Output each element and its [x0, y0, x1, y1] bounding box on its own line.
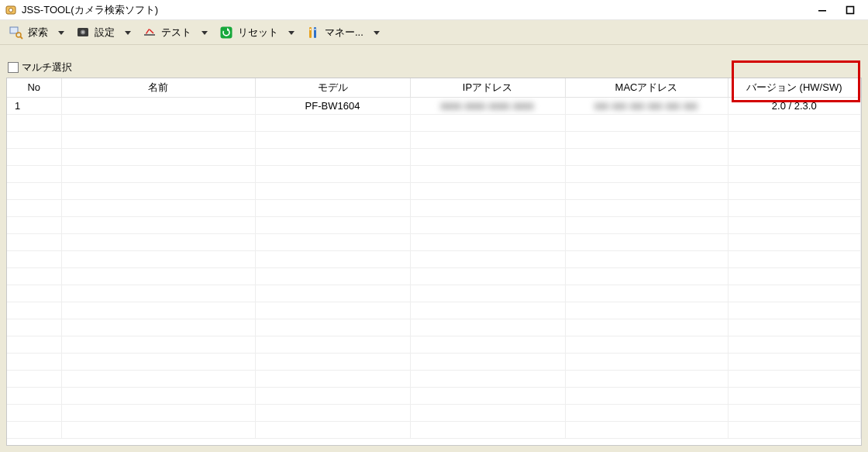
test-label: テスト: [160, 26, 193, 40]
svg-point-9: [82, 31, 84, 33]
table-row-empty: [7, 353, 861, 370]
search-dropdown[interactable]: [54, 22, 68, 43]
col-header-ip[interactable]: IPアドレス: [410, 78, 565, 97]
svg-rect-2: [818, 10, 826, 12]
col-header-mac[interactable]: MACアドレス: [565, 78, 728, 97]
table-row-empty: [7, 285, 861, 302]
table-row-empty: [7, 319, 861, 336]
search-label: 探索: [26, 26, 50, 40]
svg-point-14: [310, 29, 312, 30]
table-row-empty: [7, 182, 861, 199]
app-icon: [5, 4, 17, 16]
settings-button[interactable]: 設定: [71, 22, 121, 43]
svg-line-6: [20, 36, 22, 39]
col-header-no[interactable]: No: [7, 78, 61, 97]
manager-dropdown[interactable]: [370, 22, 384, 43]
search-icon: [9, 26, 23, 40]
table-row-empty: [7, 267, 861, 285]
content-area: マルチ選択 No 名前 モデル IPアドレス MACアドレス バージョン (HW…: [0, 45, 868, 452]
col-header-model[interactable]: モデル: [255, 78, 410, 97]
search-button[interactable]: 探索: [5, 22, 54, 43]
table-row-empty: [7, 370, 861, 387]
col-header-name[interactable]: 名前: [61, 78, 255, 97]
table-row-empty: [7, 216, 861, 233]
table-row-empty: [7, 233, 861, 250]
col-header-version[interactable]: バージョン (HW/SW): [728, 78, 861, 97]
table-row-empty: [7, 148, 861, 165]
table-row-empty: [7, 114, 861, 131]
table-row[interactable]: 1 PF-BW1604 ■■■.■■■.■■■.■■■ ■■-■■-■■-■■-…: [7, 97, 861, 114]
multi-select-label: マルチ選択: [22, 60, 72, 74]
manager-button[interactable]: マネー...: [301, 22, 370, 43]
settings-label: 設定: [93, 26, 116, 40]
multi-select-row: マルチ選択: [6, 60, 862, 78]
table-row-empty: [7, 302, 861, 319]
cell-name: [61, 97, 255, 114]
window-title: JSS-TOOL(カメラ検索ソフト): [22, 3, 158, 17]
reset-dropdown[interactable]: [284, 22, 298, 43]
svg-point-15: [315, 29, 316, 30]
table-row-empty: [7, 199, 861, 216]
table-row-empty: [7, 387, 861, 404]
table-row-empty: [7, 165, 861, 182]
svg-rect-10: [144, 34, 155, 36]
svg-rect-4: [10, 27, 18, 33]
table-row-empty: [7, 131, 861, 148]
reset-icon: [219, 26, 233, 40]
settings-dropdown[interactable]: [121, 22, 135, 43]
test-icon: [143, 26, 157, 40]
reset-button[interactable]: リセット: [215, 22, 284, 43]
table-row-empty: [7, 250, 861, 267]
cell-ip: ■■■.■■■.■■■.■■■: [410, 97, 565, 114]
table-row-empty: [7, 404, 861, 421]
table-row-empty: [7, 421, 861, 438]
svg-point-1: [9, 8, 13, 12]
title-bar: JSS-TOOL(カメラ検索ソフト): [0, 0, 868, 20]
svg-rect-11: [221, 26, 232, 38]
test-dropdown[interactable]: [198, 22, 212, 43]
manager-icon: [306, 26, 320, 40]
test-button[interactable]: テスト: [138, 22, 198, 43]
multi-select-checkbox[interactable]: [8, 62, 19, 73]
cell-mac: ■■-■■-■■-■■-■■-■■: [565, 97, 728, 114]
maximize-button[interactable]: [837, 1, 863, 19]
toolbar: 探索 設定 テスト: [0, 20, 868, 45]
table-row-empty: [7, 336, 861, 353]
reset-label: リセット: [236, 26, 280, 40]
cell-model: PF-BW1604: [255, 97, 410, 114]
cell-version: 2.0 / 2.3.0: [728, 97, 861, 114]
table-header-row: No 名前 モデル IPアドレス MACアドレス バージョン (HW/SW): [7, 78, 861, 97]
cell-no: 1: [7, 97, 61, 114]
manager-label: マネー...: [323, 26, 365, 40]
settings-icon: [76, 26, 90, 40]
device-table: No 名前 モデル IPアドレス MACアドレス バージョン (HW/SW) 1…: [6, 78, 862, 446]
svg-rect-3: [847, 6, 854, 13]
minimize-button[interactable]: [809, 1, 835, 19]
